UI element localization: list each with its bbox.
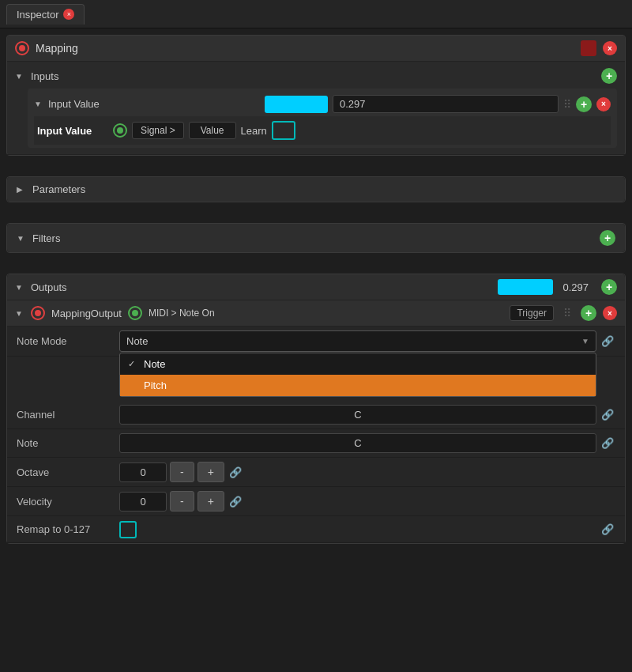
input-value-label: Input Value — [48, 98, 260, 110]
note-control: C 🔗 — [119, 433, 615, 453]
note-mode-select-container: Note ▼ ✓ Note Pitch — [119, 330, 596, 352]
learn-label-text: Learn — [241, 125, 267, 137]
octave-value: 0 — [119, 462, 167, 482]
mapping-output-close-button[interactable]: × — [603, 306, 617, 320]
velocity-label: Velocity — [17, 496, 119, 508]
note-mode-option-note[interactable]: ✓ Note — [120, 353, 596, 375]
outputs-add-button[interactable]: + — [601, 279, 617, 295]
trigger-badge: Trigger — [510, 305, 554, 321]
note-input[interactable]: C — [119, 433, 596, 453]
filters-header[interactable]: Filters + — [7, 224, 625, 252]
parameters-header[interactable]: Parameters — [7, 177, 625, 202]
remap-link-icon[interactable]: 🔗 — [600, 522, 615, 538]
note-mode-dropdown: ✓ Note Pitch — [119, 353, 596, 397]
mapping-output-chevron[interactable] — [15, 309, 24, 318]
remap-control: 🔗 — [119, 521, 615, 538]
inspector-tab[interactable]: Inspector × — [6, 4, 85, 25]
inputs-label: Inputs — [31, 70, 595, 82]
outputs-chevron[interactable] — [15, 283, 24, 292]
filters-add-button[interactable]: + — [600, 230, 615, 246]
note-mode-option-pitch[interactable]: Pitch — [120, 375, 596, 396]
signal-button[interactable]: Signal > — [132, 122, 184, 139]
learn-box[interactable] — [272, 121, 295, 140]
input-signal-power[interactable] — [113, 123, 127, 138]
outputs-header: Outputs 0.297 + — [7, 274, 625, 300]
filters-section: Filters + — [6, 223, 626, 253]
outputs-value: 0.297 — [562, 281, 589, 293]
note-row: Note C 🔗 — [7, 429, 625, 458]
note-mode-link-icon[interactable]: 🔗 — [600, 334, 615, 349]
octave-control: 0 - + 🔗 — [119, 462, 615, 482]
input-value-add-button[interactable]: + — [576, 96, 592, 112]
inspector-tab-close[interactable]: × — [63, 9, 74, 20]
note-mode-value: Note — [126, 335, 148, 347]
velocity-value: 0 — [119, 492, 167, 512]
inputs-chevron[interactable] — [15, 72, 24, 81]
velocity-control: 0 - + 🔗 — [119, 491, 615, 512]
remap-checkbox[interactable] — [119, 521, 137, 538]
outputs-section: Outputs 0.297 + MappingOutput MIDI > Not… — [6, 274, 626, 544]
mapping-output-label: MappingOutput — [51, 308, 122, 319]
outputs-color-bar — [498, 279, 553, 295]
mapping-output-add-button[interactable]: + — [581, 305, 596, 321]
velocity-link-icon[interactable]: 🔗 — [228, 493, 243, 509]
velocity-decrement-button[interactable]: - — [170, 491, 194, 512]
velocity-increment-button[interactable]: + — [198, 491, 224, 512]
param-table: Note Mode Note ▼ ✓ Note — [7, 327, 625, 543]
input-value-chevron[interactable] — [34, 100, 43, 108]
mapping-close-button[interactable]: × — [603, 41, 617, 55]
value-button[interactable]: Value — [189, 122, 236, 139]
mapping-output-midi: MIDI > Note On — [149, 308, 504, 319]
note-mode-row: Note Mode Note ▼ ✓ Note — [7, 327, 625, 357]
input-value-close-button[interactable]: × — [596, 97, 611, 111]
mapping-power-button[interactable] — [15, 41, 29, 55]
input-value-section: Input Value 0.297 ⠿ + × Input Value Sign… — [28, 89, 617, 148]
note-mode-control: Note ▼ ✓ Note Pitch — [119, 330, 615, 352]
output-drag-handle[interactable]: ⠿ — [563, 307, 571, 319]
note-mode-label: Note Mode — [17, 335, 119, 347]
input-detail-row: Input Value Signal > Value Learn — [34, 116, 611, 145]
channel-label: Channel — [17, 409, 119, 421]
remap-label: Remap to 0-127 — [17, 523, 119, 535]
input-value-display: 0.297 — [333, 95, 559, 113]
channel-control: C 🔗 — [119, 405, 615, 425]
remap-row: Remap to 0-127 🔗 — [7, 516, 625, 543]
channel-input[interactable]: C — [119, 405, 596, 425]
filters-chevron[interactable] — [17, 234, 26, 243]
inspector-tab-label: Inspector — [17, 9, 58, 21]
octave-decrement-button[interactable]: - — [170, 462, 194, 482]
mapping-output-row: MappingOutput MIDI > Note On Trigger ⠿ +… — [7, 300, 625, 327]
filters-label: Filters — [32, 232, 593, 244]
octave-increment-button[interactable]: + — [198, 462, 224, 482]
channel-link-icon[interactable]: 🔗 — [600, 407, 615, 423]
input-value-row: Input Value 0.297 ⠿ + × — [34, 92, 611, 116]
note-mode-select[interactable]: Note ▼ — [119, 330, 596, 352]
mapping-output-power[interactable] — [31, 306, 45, 320]
outputs-label: Outputs — [31, 281, 491, 293]
mapping-color-box[interactable] — [581, 40, 596, 56]
note-link-icon[interactable]: 🔗 — [600, 436, 615, 451]
tab-bar: Inspector × — [0, 0, 632, 28]
mapping-header: Mapping × — [7, 36, 625, 62]
input-color-bar — [265, 96, 328, 113]
parameters-section: Parameters — [6, 176, 626, 202]
octave-link-icon[interactable]: 🔗 — [228, 464, 243, 480]
parameters-label: Parameters — [32, 183, 85, 195]
mapping-panel: Mapping × Inputs + Input Value 0.297 ⠿ +… — [6, 35, 626, 156]
parameters-chevron[interactable] — [17, 185, 26, 194]
mapping-output-signal-power[interactable] — [128, 306, 142, 320]
octave-label: Octave — [17, 466, 119, 478]
input-value-bold-label: Input Value — [37, 125, 108, 137]
note-label: Note — [17, 437, 119, 449]
drag-handle[interactable]: ⠿ — [563, 98, 571, 111]
select-arrow-icon: ▼ — [581, 337, 589, 345]
mapping-title: Mapping — [36, 42, 574, 55]
channel-row: Channel C 🔗 — [7, 401, 625, 429]
octave-row: Octave 0 - + 🔗 — [7, 458, 625, 487]
velocity-row: Velocity 0 - + 🔗 — [7, 487, 625, 516]
inputs-section: Inputs + Input Value 0.297 ⠿ + × Input V… — [7, 62, 625, 155]
inputs-add-button[interactable]: + — [601, 68, 617, 84]
